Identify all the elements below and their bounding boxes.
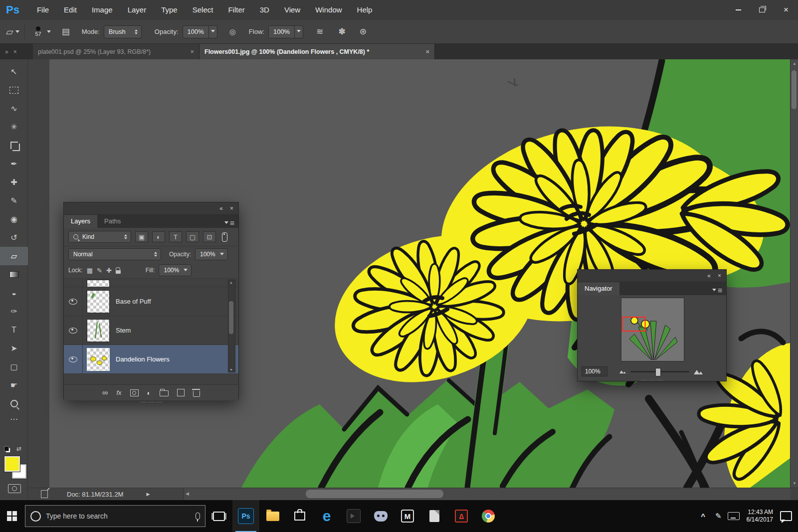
foreground-color-swatch[interactable] — [4, 456, 20, 472]
zoom-in-icon[interactable] — [693, 368, 703, 375]
minimize-button[interactable] — [726, 0, 750, 20]
airbrush-icon[interactable]: ≋ — [316, 26, 323, 37]
filter-kind-dropdown[interactable]: Kind — [68, 231, 131, 243]
fill-dropdown[interactable]: 100% — [159, 264, 192, 276]
dodge-tool[interactable]: ◒ — [0, 284, 28, 302]
lock-position-icon[interactable]: ✚ — [106, 267, 112, 274]
taskbar-app-discord[interactable] — [367, 500, 394, 532]
hidden-icons-chevron[interactable]: ^ — [697, 512, 709, 521]
horizontal-scrollbar[interactable]: ◀ — [184, 488, 791, 500]
scroll-down-icon[interactable]: ▼ — [791, 481, 798, 486]
layer-list-scrollbar[interactable]: ▲ ▼ — [228, 280, 235, 372]
tool-preset-caret-icon[interactable] — [15, 30, 19, 35]
taskbar-app-chrome[interactable] — [475, 500, 502, 532]
document-tab-active[interactable]: Flowers001.jpg @ 100% (Dandelion Flowers… — [200, 44, 435, 59]
add-layer-mask-icon[interactable] — [130, 389, 139, 396]
default-colors-icon[interactable] — [4, 446, 10, 453]
smoothing-icon[interactable]: ✽ — [338, 26, 345, 37]
taskbar-app-m[interactable]: M — [394, 500, 421, 532]
tab-layers[interactable]: Layers — [64, 215, 97, 228]
type-tool[interactable]: T — [0, 321, 28, 339]
brush-preset-picker[interactable]: 57 — [30, 26, 47, 37]
taskbar-search[interactable]: Type here to search — [25, 505, 205, 527]
collapse-panel-icon[interactable]: « — [219, 205, 223, 212]
restore-button[interactable] — [750, 0, 774, 20]
quick-mask-button[interactable] — [8, 484, 21, 493]
brush-tool[interactable]: ✎ — [0, 191, 28, 210]
panel-menu-button[interactable]: ≡ — [224, 219, 238, 228]
taskbar-clock[interactable]: 12:43 AM 6/14/2017 — [744, 509, 776, 524]
scroll-up-icon[interactable]: ▲ — [791, 61, 798, 66]
visibility-cell[interactable] — [64, 279, 83, 287]
layer-thumbnail[interactable] — [87, 290, 110, 313]
panel-resize-grip[interactable] — [578, 378, 726, 381]
status-popup-icon[interactable]: ▶ — [146, 492, 150, 497]
gradient-tool[interactable] — [0, 265, 28, 284]
magic-wand-tool[interactable]: ✳ — [0, 118, 28, 136]
pressure-opacity-icon[interactable]: ◎ — [229, 27, 236, 36]
crop-tool[interactable] — [0, 136, 28, 155]
move-tool[interactable]: ↖ — [0, 62, 28, 81]
brush-preset-caret-icon[interactable] — [47, 30, 51, 35]
taskbar-app-photoshop[interactable]: Ps — [232, 500, 259, 532]
tab-close-icon[interactable]: × — [425, 48, 429, 55]
opacity-caret-icon[interactable] — [209, 25, 217, 38]
zoom-out-icon[interactable] — [618, 369, 626, 374]
layer-thumbnail[interactable] — [87, 319, 110, 342]
history-brush-tool[interactable]: ↺ — [0, 228, 28, 247]
filter-toggle-switch[interactable] — [222, 232, 227, 242]
delete-layer-icon[interactable] — [193, 391, 200, 397]
pen-tool[interactable]: ✑ — [0, 302, 28, 321]
menu-image[interactable]: Image — [84, 0, 120, 20]
visibility-toggle[interactable] — [64, 287, 83, 316]
touch-keyboard-icon[interactable] — [728, 512, 740, 520]
eyedropper-tool[interactable]: ✒ — [0, 155, 28, 173]
navigator-zoom-slider[interactable] — [630, 371, 689, 372]
layer-row-partial[interactable] — [64, 279, 238, 287]
taskbar-app-file-explorer[interactable] — [259, 500, 286, 532]
layer-thumbnail[interactable] — [87, 280, 110, 287]
action-center-icon[interactable] — [780, 511, 792, 521]
blend-mode-dropdown[interactable]: Normal — [68, 248, 161, 260]
collapse-panel-icon[interactable]: « — [707, 272, 711, 279]
brush-settings-panel-icon[interactable]: ▤ — [62, 26, 70, 37]
layer-name[interactable]: Dandelion Flowers — [116, 355, 170, 363]
task-view-button[interactable] — [205, 500, 232, 532]
filter-adjustment-layers-icon[interactable]: ◐ — [152, 231, 165, 242]
scroll-up-icon[interactable]: ▲ — [229, 281, 233, 284]
close-button[interactable]: × — [774, 0, 798, 20]
mode-dropdown[interactable]: Brush — [104, 25, 142, 38]
pressure-size-icon[interactable]: ⊛ — [360, 26, 367, 37]
taskbar-app-edge[interactable]: e — [313, 500, 340, 532]
eraser-tool[interactable]: ▱ — [0, 247, 28, 265]
taskbar-app-store[interactable] — [286, 500, 313, 532]
new-layer-icon[interactable] — [177, 389, 185, 396]
healing-brush-tool[interactable]: ✚ — [0, 173, 28, 191]
navigator-preview[interactable] — [621, 298, 684, 361]
taskbar-app-notes[interactable] — [421, 500, 448, 532]
vertical-scrollbar[interactable]: ▲ ▼ — [790, 59, 798, 488]
tabstrip-chevron-icon[interactable]: » — [5, 48, 8, 55]
zoom-tool[interactable] — [0, 394, 28, 413]
opacity-dropdown[interactable]: 100% — [183, 25, 217, 38]
layer-row-selected[interactable]: Dandelion Flowers — [64, 345, 238, 374]
layer-opacity-dropdown[interactable]: 100% — [195, 248, 228, 260]
layer-style-fx-button[interactable]: fx — [116, 389, 121, 396]
link-layers-icon[interactable]: ∞ — [102, 388, 108, 397]
tab-paths[interactable]: Paths — [97, 215, 128, 228]
filter-pixel-layers-icon[interactable]: ▣ — [135, 231, 148, 242]
layer-name[interactable]: Stem — [116, 327, 131, 334]
menu-edit[interactable]: Edit — [56, 0, 84, 20]
new-group-icon[interactable] — [160, 390, 169, 396]
lock-transparency-icon[interactable]: ▦ — [87, 267, 93, 274]
filter-smart-object-icon[interactable]: ⊡ — [203, 231, 216, 242]
menu-help[interactable]: Help — [350, 0, 380, 20]
eraser-tool-preset-icon[interactable]: ▱ — [6, 26, 13, 37]
start-button[interactable] — [0, 500, 24, 532]
flow-caret-icon[interactable] — [295, 25, 303, 38]
microphone-icon[interactable] — [196, 513, 200, 520]
tab-close-icon[interactable]: × — [190, 48, 194, 55]
lock-paint-icon[interactable]: ✎ — [97, 267, 102, 274]
filter-shape-layers-icon[interactable]: ▢ — [186, 231, 199, 242]
zoom-slider-thumb[interactable] — [655, 368, 661, 376]
